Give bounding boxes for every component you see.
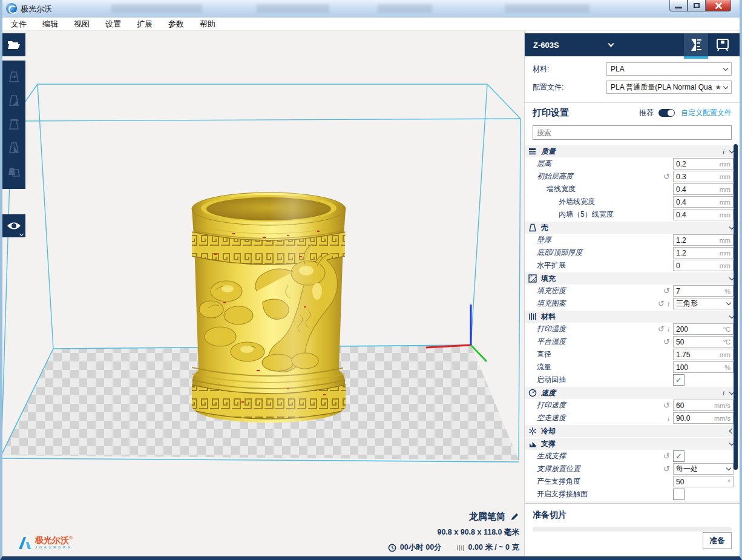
edit-name-icon[interactable] xyxy=(510,512,519,521)
glass-ghosting xyxy=(505,4,589,13)
info-icon[interactable]: i xyxy=(668,326,669,333)
setting-select[interactable]: 三角形 xyxy=(673,298,734,309)
reset-icon[interactable]: ↺ xyxy=(663,465,670,473)
category-壳[interactable]: 壳 xyxy=(525,222,740,234)
setting-input[interactable]: 200°C xyxy=(673,323,734,335)
menu-item-2[interactable]: 视图 xyxy=(74,19,90,30)
setting-input[interactable]: 90.0mm/s xyxy=(673,412,734,424)
info-icon[interactable]: i xyxy=(668,300,669,308)
menu-item-4[interactable]: 扩展 xyxy=(137,19,153,30)
printer-monitor-tab[interactable] xyxy=(711,33,735,56)
reset-icon[interactable]: ↺ xyxy=(663,452,670,460)
setting-row: 层高0.2mm xyxy=(525,157,740,170)
material-label: 材料: xyxy=(533,64,606,74)
setting-input[interactable]: 50° xyxy=(673,476,734,487)
recommended-toggle[interactable] xyxy=(658,109,675,117)
reset-icon[interactable]: ↺ xyxy=(658,325,665,333)
settings-scrollbar[interactable] xyxy=(734,143,738,506)
setting-input[interactable]: 50°C xyxy=(673,336,734,348)
setting-select[interactable]: 每一处 xyxy=(673,463,734,475)
setting-unit: mm/s xyxy=(714,402,731,409)
material-usage: 0.00 米 / ~ 0 克 xyxy=(468,542,519,553)
scale-tool-icon[interactable] xyxy=(7,94,21,108)
category-label: 支撑 xyxy=(541,439,556,449)
setting-unit: % xyxy=(724,288,731,295)
info-icon[interactable]: i xyxy=(723,148,724,155)
profile-select[interactable]: PLA 普通质量(PLA Normal Qua ★ xyxy=(606,81,732,94)
search-input[interactable]: 搜索 xyxy=(533,125,732,140)
scrollbar-thumb[interactable] xyxy=(734,144,738,470)
menu-item-5[interactable]: 参数 xyxy=(168,19,184,30)
setting-row: 启动回抽✓ xyxy=(525,374,740,386)
profile-value: PLA 普通质量(PLA Normal Qua xyxy=(611,82,715,93)
category-速度[interactable]: 速度i xyxy=(525,387,740,399)
category-质量[interactable]: 质量i xyxy=(525,145,740,157)
reset-icon[interactable]: ↺ xyxy=(663,338,670,346)
chevron-down-icon xyxy=(19,232,24,236)
close-button[interactable] xyxy=(706,0,731,12)
material-select[interactable]: PLA xyxy=(606,62,732,76)
setting-input[interactable]: 60mm/s xyxy=(673,400,734,411)
move-tool-icon[interactable] xyxy=(7,70,21,85)
minimize-button[interactable] xyxy=(669,0,688,12)
print-setup-tab[interactable] xyxy=(684,33,708,56)
reset-icon[interactable]: ↺ xyxy=(658,300,665,308)
open-file-button[interactable] xyxy=(2,33,25,56)
setting-input[interactable]: 0.3mm xyxy=(673,171,734,182)
setting-checkbox[interactable] xyxy=(673,489,685,500)
setting-input[interactable]: 0.4mm xyxy=(673,209,734,220)
chevron-down-icon xyxy=(726,466,731,470)
category-冷却[interactable]: 冷却 xyxy=(525,425,740,437)
setting-input[interactable]: 7% xyxy=(673,285,734,297)
reset-icon[interactable]: ↺ xyxy=(663,287,670,295)
setting-input[interactable]: 0mm xyxy=(673,260,734,271)
maximize-button[interactable] xyxy=(688,0,706,12)
setting-unit: mm/s xyxy=(714,415,731,422)
setting-value: 1.75 xyxy=(676,351,720,359)
reset-icon[interactable]: ↺ xyxy=(663,173,670,180)
setting-input[interactable]: 1.75mm xyxy=(673,349,734,360)
menu-item-6[interactable]: 帮助 xyxy=(200,19,215,30)
setting-unit: mm xyxy=(720,351,731,358)
category-填充[interactable]: 填充 xyxy=(525,272,740,285)
cooling-icon xyxy=(528,427,537,435)
printer-icon xyxy=(715,38,730,52)
setting-row: 填充密度↺7% xyxy=(525,285,740,297)
setting-input[interactable]: 100% xyxy=(673,361,734,373)
category-材料[interactable]: 材料 xyxy=(525,311,740,323)
model-dragon-pen-holder[interactable] xyxy=(190,193,347,423)
setting-unit: % xyxy=(724,364,731,371)
per-model-settings-icon[interactable] xyxy=(7,165,21,179)
view-mode-button[interactable] xyxy=(2,214,25,237)
category-label: 材料 xyxy=(541,312,556,322)
setting-checkbox[interactable]: ✓ xyxy=(673,450,685,462)
setting-value: 0.4 xyxy=(676,198,720,206)
setting-checkbox[interactable]: ✓ xyxy=(673,374,685,386)
menu-item-3[interactable]: 设置 xyxy=(105,19,121,30)
machine-name: Z-603S xyxy=(533,41,559,50)
setting-input[interactable]: 0.2mm xyxy=(673,158,734,170)
setting-value: 50 xyxy=(676,478,728,486)
material-value: PLA xyxy=(611,65,724,73)
setting-row: 打印温度↺i200°C xyxy=(525,323,740,335)
mirror-tool-icon[interactable] xyxy=(7,141,21,156)
category-支撑[interactable]: 支撑 xyxy=(525,438,740,450)
setting-label: 层高 xyxy=(525,159,673,169)
viewport-3d[interactable]: 龙腾笔筒 90.8 x 90.8 x 118.0 毫米 00小时 00分 xyxy=(2,31,524,556)
setting-input[interactable]: 1.2mm xyxy=(673,247,734,259)
reset-icon[interactable]: ↺ xyxy=(663,401,670,409)
setting-input[interactable]: 0.4mm xyxy=(673,183,734,195)
prepare-button[interactable]: 准备 xyxy=(703,532,732,549)
setting-input[interactable]: 0.4mm xyxy=(673,196,734,208)
custom-profile-link[interactable]: 自定义配置文件 xyxy=(681,108,732,118)
setting-input[interactable]: 1.2mm xyxy=(673,234,734,246)
rotate-tool-icon[interactable] xyxy=(7,117,21,132)
menu-item-1[interactable]: 编辑 xyxy=(42,19,58,30)
brand-name-cn: 极光尔沃 xyxy=(35,535,69,545)
info-icon[interactable]: i xyxy=(723,389,724,397)
setting-value: 90.0 xyxy=(676,414,714,423)
setting-row: 空走速度i90.0mm/s xyxy=(525,412,740,424)
menu-item-0[interactable]: 文件 xyxy=(11,19,27,30)
machine-selector[interactable]: Z-603S xyxy=(525,33,740,56)
info-icon[interactable]: i xyxy=(668,415,669,422)
